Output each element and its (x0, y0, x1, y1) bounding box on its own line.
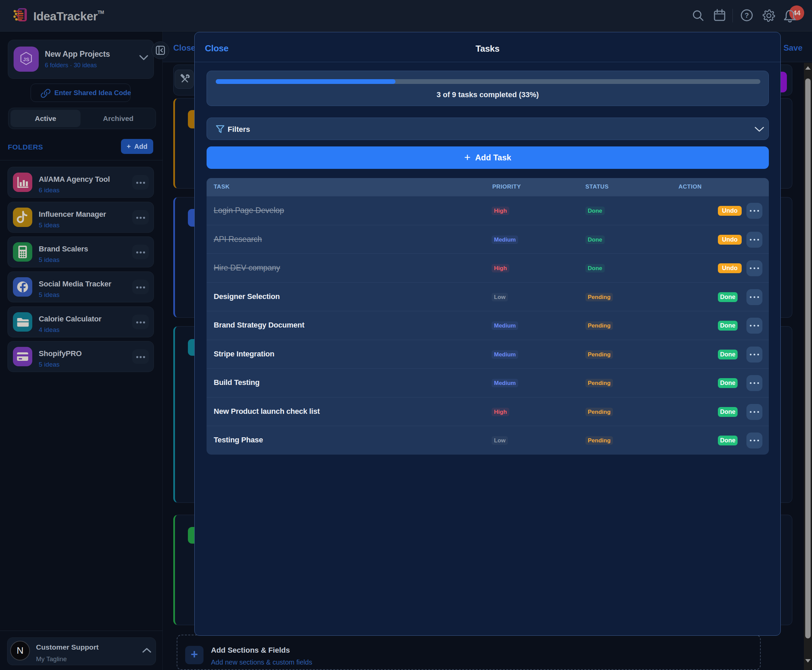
svg-text:JS: JS (23, 56, 29, 62)
svg-text:?: ? (745, 11, 749, 19)
